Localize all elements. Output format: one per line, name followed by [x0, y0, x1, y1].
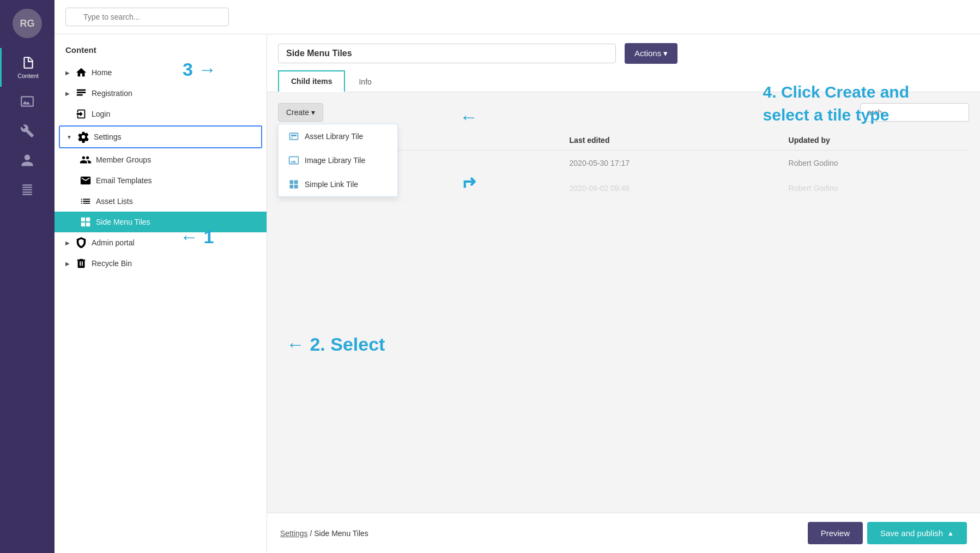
- content-layout: Content ▶ Home ▶ Registration ▶ Login: [55, 34, 980, 553]
- save-caret-icon: ▲: [947, 530, 954, 537]
- row-updated-by-1: Robert Godino: [781, 151, 969, 176]
- email-icon: [80, 175, 92, 187]
- chevron-right-icon-recycle: ▶: [65, 261, 70, 267]
- asset-library-icon: [288, 131, 299, 142]
- nav-item-settings[interactable]: [0, 116, 55, 146]
- tab-info[interactable]: Info: [346, 71, 384, 92]
- save-publish-button[interactable]: Save and publish ▲: [867, 522, 967, 544]
- dropdown-item-simple-link[interactable]: Simple Link Tile: [279, 172, 397, 196]
- actions-button[interactable]: Actions ▾: [625, 43, 677, 64]
- svg-rect-1: [77, 92, 86, 93]
- sidebar-label-settings: Settings: [94, 133, 122, 141]
- wrench-icon: [20, 124, 34, 138]
- sidebar-label-asset-lists: Asset Lists: [96, 197, 133, 206]
- sidebar-item-email-templates[interactable]: Email Templates: [55, 170, 267, 191]
- table-header-updated-by: Updated by: [781, 130, 969, 151]
- nav-item-media[interactable]: [0, 87, 55, 116]
- sidebar-item-recycle-bin[interactable]: ▶ Recycle Bin: [55, 253, 267, 274]
- panel-body: Create ▾ Asset Library Tile Image Librar…: [267, 92, 980, 513]
- sidebar-label-side-menu-tiles: Side Menu Tiles: [96, 218, 150, 226]
- sidebar-label-home: Home: [92, 68, 112, 77]
- registration-icon: [75, 87, 87, 99]
- svg-rect-2: [77, 94, 83, 96]
- sidebar: Content ▶ Home ▶ Registration ▶ Login: [55, 34, 267, 553]
- create-button[interactable]: Create ▾: [278, 103, 323, 122]
- sidebar-item-asset-lists[interactable]: Asset Lists: [55, 191, 267, 212]
- sidebar-item-member-groups[interactable]: Member Groups: [55, 149, 267, 170]
- create-dropdown: Asset Library Tile Image Library Tile Si…: [278, 124, 398, 197]
- tiles-icon: [80, 216, 92, 228]
- sidebar-item-home[interactable]: ▶ Home: [55, 62, 267, 83]
- panel-header: Actions ▾ Child items Info: [267, 34, 980, 92]
- nav-item-forms[interactable]: [0, 175, 55, 205]
- sidebar-label-member-groups: Member Groups: [96, 155, 151, 164]
- row-last-edited-1: 2020-05-30 17:17: [562, 151, 781, 176]
- trash-icon: [75, 257, 87, 269]
- members-icon: [80, 154, 92, 166]
- breadcrumb-current: Side Menu Tiles: [314, 529, 368, 538]
- dropdown-item-asset-library[interactable]: Asset Library Tile: [279, 124, 397, 148]
- sidebar-title: Content: [55, 45, 267, 62]
- sidebar-label-admin-portal: Admin portal: [92, 238, 135, 247]
- file-icon: [21, 56, 35, 70]
- row-last-edited-2: 2020-06-02 09:46: [562, 176, 781, 201]
- sidebar-label-recycle-bin: Recycle Bin: [92, 259, 132, 268]
- chevron-down-icon-settings: ▼: [66, 134, 72, 140]
- tab-child-items[interactable]: Child items: [278, 70, 345, 92]
- avatar: RG: [13, 9, 42, 38]
- sidebar-label-email-templates: Email Templates: [96, 176, 152, 185]
- dropdown-label-simple-link: Simple Link Tile: [305, 180, 358, 189]
- bottom-actions: Preview Save and publish ▲: [808, 522, 967, 544]
- sidebar-item-side-menu-tiles[interactable]: Side Menu Tiles: [55, 212, 267, 232]
- svg-rect-0: [77, 89, 86, 91]
- chevron-right-icon: ▶: [65, 70, 70, 76]
- right-panel: Actions ▾ Child items Info Create ▾: [267, 34, 980, 553]
- top-bar: 🔍: [55, 0, 980, 34]
- sidebar-label-login: Login: [92, 110, 110, 118]
- nav-item-content[interactable]: Content: [0, 48, 55, 87]
- search-input[interactable]: [65, 8, 229, 26]
- image-library-icon: [288, 155, 299, 166]
- dropdown-label-image-library: Image Library Tile: [305, 156, 365, 165]
- sidebar-item-settings[interactable]: ▼ Settings: [59, 125, 262, 148]
- nav-item-members[interactable]: [0, 146, 55, 175]
- panel-title-input[interactable]: [278, 44, 616, 63]
- main-area: 🔍 Content ▶ Home ▶ Registration ▶: [55, 0, 980, 553]
- create-toolbar: Create ▾ Asset Library Tile Image Librar…: [278, 103, 969, 122]
- chevron-right-icon-admin: ▶: [65, 240, 70, 246]
- nav-bar: RG Content: [0, 0, 55, 553]
- dropdown-label-asset-library: Asset Library Tile: [305, 132, 363, 141]
- tabs-row: Child items Info: [278, 70, 969, 92]
- admin-icon: [75, 237, 87, 249]
- chevron-right-icon-reg: ▶: [65, 91, 70, 97]
- image-icon: [20, 94, 34, 109]
- nav-label-content: Content: [17, 73, 39, 79]
- simple-link-icon: [288, 179, 299, 190]
- save-publish-label: Save and publish: [880, 528, 943, 538]
- row-updated-by-2: Robert Godino: [781, 176, 969, 201]
- list-icon: [80, 195, 92, 207]
- search-wrapper: 🔍: [65, 8, 229, 26]
- actions-label: Actions ▾: [634, 49, 668, 58]
- breadcrumb-link-settings[interactable]: Settings: [280, 529, 308, 538]
- table-header-last-edited: Last edited: [562, 130, 781, 151]
- home-icon: [75, 67, 87, 79]
- login-icon: [75, 108, 87, 120]
- preview-button[interactable]: Preview: [808, 522, 863, 544]
- form-icon: [20, 183, 34, 197]
- dropdown-item-image-library[interactable]: Image Library Tile: [279, 148, 397, 172]
- create-label: Create ▾: [286, 108, 315, 117]
- sidebar-label-registration: Registration: [92, 89, 132, 98]
- sidebar-item-login[interactable]: ▶ Login: [55, 104, 267, 124]
- gear-icon: [77, 131, 89, 143]
- sidebar-item-admin-portal[interactable]: ▶ Admin portal: [55, 232, 267, 253]
- table-search-input[interactable]: [860, 103, 969, 122]
- bottom-bar: Settings / Side Menu Tiles Preview Save …: [267, 513, 980, 553]
- breadcrumb: Settings / Side Menu Tiles: [280, 529, 368, 538]
- person-icon: [20, 153, 34, 167]
- sidebar-item-registration[interactable]: ▶ Registration: [55, 83, 267, 104]
